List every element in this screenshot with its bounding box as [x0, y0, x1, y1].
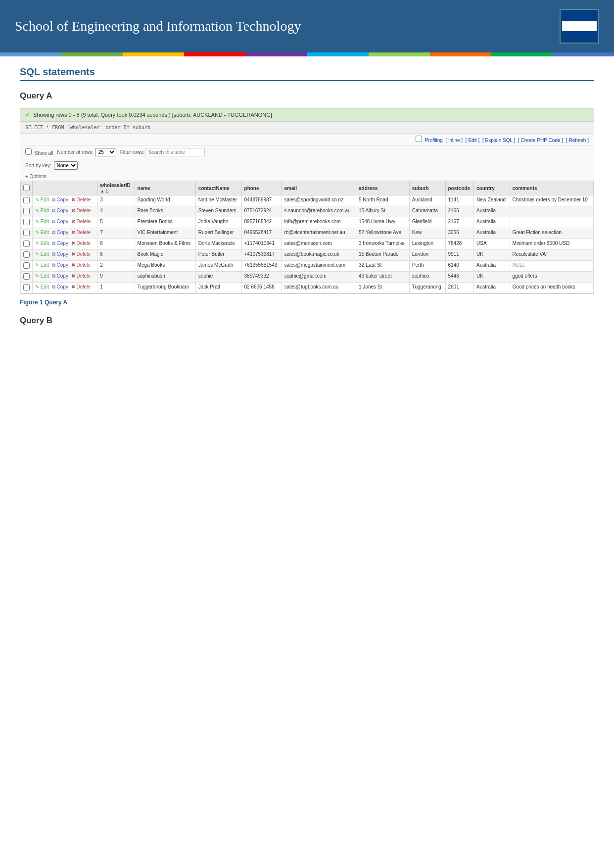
filter-rows-input[interactable]: [145, 148, 205, 156]
edit-link[interactable]: ✎ Edit: [35, 241, 49, 246]
row-checkbox[interactable]: [23, 219, 30, 225]
cell-suburb: Kew: [409, 228, 445, 239]
refresh-link[interactable]: [ Refresh ]: [566, 138, 589, 143]
edit-link[interactable]: [ Edit ]: [466, 138, 479, 143]
cell-country: USA: [474, 239, 510, 250]
show-all-checkbox[interactable]: [25, 148, 32, 155]
cell-address: 1548 Hume Hwy: [356, 217, 410, 228]
delete-link[interactable]: ✖ Delete: [71, 284, 91, 289]
check-icon: ✔: [25, 112, 30, 118]
cell-id: 9: [97, 272, 135, 283]
cell-phone: +4107539817: [241, 250, 282, 261]
cell-country: New Zealand: [474, 195, 510, 206]
edit-link[interactable]: ✎ Edit: [35, 208, 49, 213]
table-row: ✎ Edit ⧉ Copy ✖ Delete8Monsoon Books & F…: [21, 239, 594, 250]
cell-phone: 0496528417: [241, 228, 282, 239]
copy-link[interactable]: ⧉ Copy: [52, 273, 68, 279]
sort-by-key-select[interactable]: None: [54, 161, 78, 170]
delete-link[interactable]: ✖ Delete: [71, 197, 91, 202]
edit-link[interactable]: ✎ Edit: [35, 284, 49, 289]
edit-link[interactable]: ✎ Edit: [35, 262, 49, 268]
th-email[interactable]: email: [282, 181, 356, 195]
edit-link[interactable]: ✎ Edit: [35, 251, 49, 257]
row-checkbox[interactable]: [23, 251, 30, 258]
copy-link[interactable]: ⧉ Copy: [52, 230, 68, 235]
row-checkbox[interactable]: [23, 284, 30, 290]
cell-country: Australia: [474, 283, 510, 293]
select-all-checkbox[interactable]: [23, 185, 30, 191]
cell-suburb: Cabramatta: [409, 206, 445, 217]
cell-phone: +1174010841: [241, 239, 282, 250]
header-logo: [560, 9, 599, 44]
pma-sql-text: SELECT * FROM `wholesaler` order BY subu…: [25, 125, 150, 130]
cell-suburb: Lexington: [409, 239, 445, 250]
edit-link[interactable]: ✎ Edit: [35, 197, 49, 202]
section-title: SQL statements: [20, 66, 594, 81]
delete-link[interactable]: ✖ Delete: [71, 219, 91, 224]
copy-link[interactable]: ⧉ Copy: [52, 284, 68, 289]
row-checkbox[interactable]: [23, 273, 30, 280]
profiling-checkbox[interactable]: [416, 136, 422, 142]
pma-toolbar: Show all Number of rows: 25 50 100 Filte…: [20, 145, 594, 159]
delete-link[interactable]: ✖ Delete: [71, 251, 91, 257]
pma-options-bar[interactable]: + Options: [20, 172, 594, 181]
cell-comments: NULL: [510, 261, 593, 272]
th-postcode[interactable]: postcode: [445, 181, 474, 195]
phpmyadmin-panel: ✔ Showing rows 0 - 8 (9 total, Query too…: [20, 108, 594, 294]
cell-comments: Minimum order $500 USD: [510, 239, 593, 250]
cell-id: 6: [97, 250, 135, 261]
row-actions: ✎ Edit ⧉ Copy ✖ Delete: [33, 239, 97, 250]
th-country[interactable]: country: [474, 181, 510, 195]
edit-link[interactable]: ✎ Edit: [35, 273, 49, 279]
row-checkbox[interactable]: [23, 230, 30, 236]
th-name[interactable]: name: [135, 181, 195, 195]
row-actions: ✎ Edit ⧉ Copy ✖ Delete: [33, 228, 97, 239]
th-contactname[interactable]: contactName: [195, 181, 241, 195]
copy-link[interactable]: ⧉ Copy: [52, 197, 68, 202]
null-value: NULL: [513, 262, 525, 268]
th-suburb[interactable]: suburb: [409, 181, 445, 195]
delete-link[interactable]: ✖ Delete: [71, 208, 91, 213]
row-checkbox[interactable]: [23, 241, 30, 247]
color-bar-segment: [553, 52, 614, 56]
create-php-link[interactable]: [ Create PHP Code ]: [518, 138, 563, 143]
copy-link[interactable]: ⧉ Copy: [52, 251, 68, 257]
cell-name: Book Magic: [135, 250, 195, 261]
cell-country: UK: [474, 272, 510, 283]
profiling-link[interactable]: Profiling: [425, 138, 443, 143]
delete-link[interactable]: ✖ Delete: [71, 273, 91, 279]
row-checkbox[interactable]: [23, 197, 30, 203]
cell-contactName: Doris Mackenzie: [195, 239, 241, 250]
th-address[interactable]: address: [356, 181, 410, 195]
edit-link[interactable]: ✎ Edit: [35, 219, 49, 224]
number-of-rows-select[interactable]: 25 50 100: [95, 148, 116, 156]
pma-sort-bar: Sort by key: None: [20, 159, 594, 172]
cell-postcode: 6140: [445, 261, 474, 272]
cell-id: 4: [97, 206, 135, 217]
cell-id: 3: [97, 195, 135, 206]
copy-link[interactable]: ⧉ Copy: [52, 208, 68, 213]
filter-rows-label: Filter rows:: [120, 148, 205, 156]
delete-link[interactable]: ✖ Delete: [71, 230, 91, 235]
inline-link[interactable]: [ inline ]: [446, 138, 463, 143]
copy-link[interactable]: ⧉ Copy: [52, 241, 68, 246]
row-checkbox[interactable]: [23, 208, 30, 214]
copy-link[interactable]: ⧉ Copy: [52, 219, 68, 224]
cell-phone: 389749332: [241, 272, 282, 283]
cell-comments: Recalculate VAT: [510, 250, 593, 261]
delete-link[interactable]: ✖ Delete: [71, 262, 91, 268]
row-checkbox[interactable]: [23, 262, 30, 269]
cell-suburb: Glenfield: [409, 217, 445, 228]
cell-postcode: 3056: [445, 228, 474, 239]
color-bar-segment: [61, 52, 123, 56]
edit-link[interactable]: ✎ Edit: [35, 230, 49, 235]
copy-link[interactable]: ⧉ Copy: [52, 262, 68, 268]
explain-link[interactable]: [ Explain SQL ]: [482, 138, 515, 143]
cell-email: s.saundor@rarebooks.com.au: [282, 206, 356, 217]
th-wholesalerid[interactable]: wholesalerID▲ 1: [97, 181, 135, 195]
delete-link[interactable]: ✖ Delete: [71, 241, 91, 246]
cell-name: Tuggeranong Bookbarn: [135, 283, 195, 293]
th-phone[interactable]: phone: [241, 181, 282, 195]
color-bar-segment: [0, 52, 61, 56]
th-comments[interactable]: comments: [510, 181, 593, 195]
